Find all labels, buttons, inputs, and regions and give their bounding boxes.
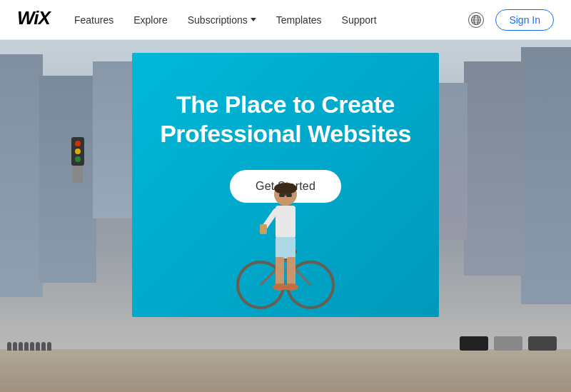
hero-section: The Place to Create Professional Website… — [0, 40, 571, 392]
chevron-down-icon — [251, 18, 256, 21]
building-right-1 — [521, 47, 571, 304]
building-right-2 — [464, 61, 525, 276]
language-selector[interactable] — [468, 12, 484, 28]
building-left-1 — [0, 54, 43, 297]
svg-point-21 — [274, 183, 297, 194]
person-bicycle-illustration — [207, 160, 364, 317]
svg-line-12 — [261, 271, 275, 285]
traffic-light-pole — [73, 147, 83, 183]
building-left-2 — [39, 76, 96, 283]
billboard: The Place to Create Professional Website… — [132, 53, 439, 317]
nav-features[interactable]: Features — [74, 14, 113, 26]
globe-icon — [470, 14, 482, 26]
crowd-person — [7, 342, 11, 351]
crowd-person — [36, 342, 40, 351]
nav-explore[interactable]: Explore — [133, 14, 167, 26]
car-1 — [460, 336, 488, 351]
crowd-person — [13, 342, 17, 351]
hero-person-area — [207, 160, 364, 317]
crowd-person — [41, 342, 46, 351]
car-3 — [528, 336, 557, 351]
logo-text: WiX — [17, 7, 51, 32]
cars-right — [460, 336, 557, 351]
navbar: WiX Features Explore Subscriptions Templ… — [0, 0, 571, 40]
crowd-person — [24, 342, 29, 351]
traffic-light-head — [71, 137, 84, 166]
crowd-person — [47, 342, 51, 351]
nav-subscriptions[interactable]: Subscriptions — [188, 14, 256, 26]
nav-support[interactable]: Support — [342, 14, 377, 26]
sidewalk — [0, 349, 571, 392]
svg-rect-26 — [276, 257, 284, 286]
nav-links: Features Explore Subscriptions Templates… — [74, 14, 468, 26]
traffic-light-green — [75, 156, 81, 162]
wix-logo-svg: WiX — [17, 7, 51, 27]
car-2 — [494, 336, 522, 351]
svg-rect-27 — [287, 257, 295, 286]
traffic-light-yellow — [75, 149, 81, 154]
wix-logo[interactable]: WiX — [17, 7, 51, 32]
sign-in-button[interactable]: Sign In — [495, 9, 554, 31]
crowd-person — [30, 342, 34, 351]
crowd-person — [19, 342, 23, 351]
hero-title: The Place to Create Professional Website… — [160, 90, 411, 149]
svg-rect-25 — [276, 237, 295, 258]
svg-rect-22 — [276, 206, 295, 238]
nav-right: Sign In — [468, 9, 554, 31]
svg-text:WiX: WiX — [17, 7, 51, 27]
crowd-left — [7, 342, 51, 351]
traffic-light-red — [75, 141, 81, 146]
svg-point-29 — [284, 283, 298, 291]
nav-templates[interactable]: Templates — [276, 14, 322, 26]
svg-rect-24 — [260, 224, 267, 234]
